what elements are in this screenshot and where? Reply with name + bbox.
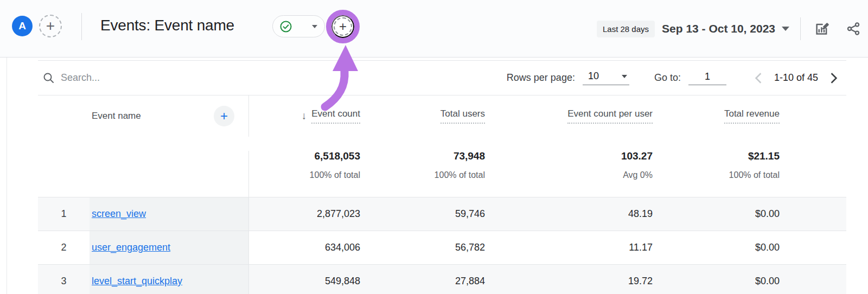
row-number-header	[38, 95, 90, 137]
goto-page-label: Go to:	[654, 72, 681, 84]
cell-total-users: 59,746	[360, 197, 485, 231]
create-new-report-button[interactable]: +	[331, 15, 354, 38]
column-header-total-users[interactable]: Total users	[441, 108, 485, 124]
search-input[interactable]	[61, 72, 224, 84]
cell-event-count: 634,006	[248, 231, 360, 264]
plus-icon: +	[334, 17, 352, 36]
cell-event-count-per-user: 19.72	[485, 265, 653, 294]
date-range-selector[interactable]: Sep 13 - Oct 10, 2023	[662, 22, 775, 35]
account-avatar[interactable]: A	[12, 16, 33, 36]
add-comparison-button[interactable]: +	[39, 15, 62, 37]
goto-page-input[interactable]	[688, 71, 726, 85]
plus-icon: +	[46, 18, 55, 34]
table-header-row: Event name + ↓ Event count Total users E…	[38, 95, 846, 137]
header-divider	[81, 13, 82, 40]
column-header-event-name[interactable]: Event name	[92, 111, 141, 122]
table-row: 1 screen_view 2,877,023 59,746 48.19 $0.…	[38, 197, 846, 231]
row-number: 1	[38, 197, 90, 231]
table-row: 3 level_start_quickplay 549,848 27,884 1…	[38, 264, 846, 294]
page-title: Events: Event name	[100, 17, 234, 34]
row-number: 2	[38, 231, 90, 264]
customize-report-button[interactable]	[813, 20, 831, 38]
event-name-link[interactable]: user_engagement	[92, 242, 170, 253]
totals-event-count-per-user: 103.27 Avg 0%	[485, 151, 653, 197]
event-name-link[interactable]: screen_view	[92, 208, 146, 220]
previous-page-button[interactable]	[750, 70, 767, 86]
column-header-event-count-per-user[interactable]: Event count per user	[567, 108, 653, 124]
totals-event-count: 6,518,053 100% of total	[248, 151, 360, 197]
rows-per-page-label: Rows per page:	[507, 72, 575, 84]
totals-total-users: 73,948 100% of total	[360, 151, 485, 197]
share-icon[interactable]	[844, 20, 863, 38]
header-divider	[800, 17, 801, 40]
column-header-event-count[interactable]: Event count	[311, 108, 360, 124]
add-dimension-button[interactable]: +	[214, 106, 234, 126]
row-number: 3	[38, 265, 90, 294]
cell-total-users: 56,782	[360, 231, 485, 264]
table-toolbar: Rows per page: 10 Go to: 1-10 of 45	[38, 61, 846, 95]
page-left-rail	[7, 57, 7, 294]
table-totals-row: 6,518,053 100% of total 73,948 100% of t…	[38, 137, 846, 197]
totals-total-revenue: $21.15 100% of total	[653, 151, 780, 197]
all-users-filter-pill[interactable]	[272, 15, 325, 37]
rows-per-page-select[interactable]: 10	[583, 71, 629, 85]
event-name-link[interactable]: level_start_quickplay	[92, 276, 182, 287]
cell-event-count-per-user: 48.19	[485, 197, 653, 231]
pagination-range: 1-10 of 45	[774, 72, 818, 84]
cell-event-count: 549,848	[248, 265, 360, 294]
plus-icon: +	[220, 110, 228, 123]
next-page-button[interactable]	[826, 70, 842, 86]
cell-total-users: 27,884	[360, 265, 485, 294]
date-preset-badge[interactable]: Last 28 days	[597, 21, 655, 37]
check-circle-icon	[279, 20, 292, 33]
cell-event-count-per-user: 11.17	[485, 231, 653, 264]
search-icon	[42, 72, 55, 85]
dropdown-arrow-icon[interactable]	[782, 27, 789, 31]
events-report-table: Rows per page: 10 Go to: 1-10 of 45 Even…	[38, 60, 846, 294]
cell-event-count: 2,877,023	[248, 197, 360, 231]
cell-total-revenue: $0.00	[653, 231, 780, 264]
cell-total-revenue: $0.00	[653, 265, 780, 294]
chevron-down-icon	[312, 25, 317, 28]
top-header-bar: A + Events: Event name + Last 28 days Se…	[0, 0, 868, 57]
sort-descending-icon: ↓	[302, 110, 307, 122]
table-row: 2 user_engagement 634,006 56,782 11.17 $…	[38, 231, 846, 264]
dropdown-arrow-icon	[622, 75, 627, 78]
cell-total-revenue: $0.00	[653, 197, 780, 231]
column-header-total-revenue[interactable]: Total revenue	[724, 108, 780, 124]
